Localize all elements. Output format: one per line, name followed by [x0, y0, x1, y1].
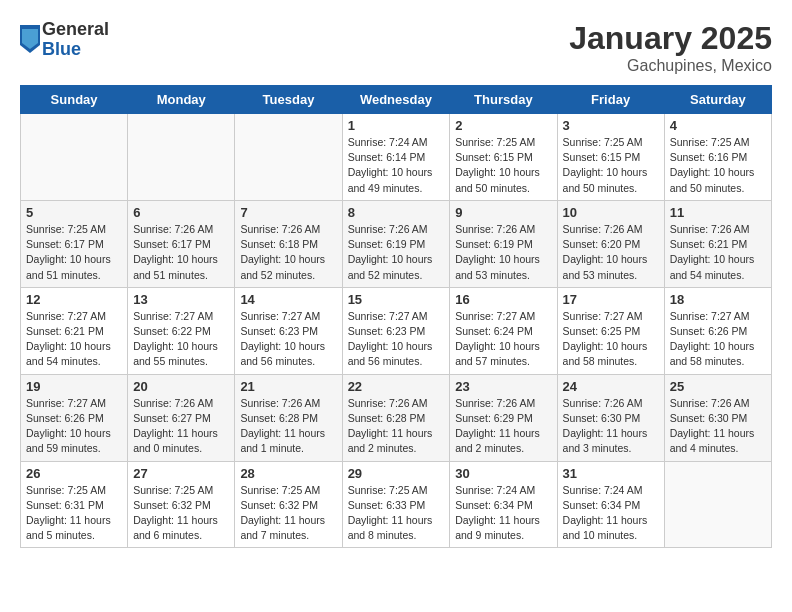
page-header: General Blue January 2025 Gachupines, Me…	[20, 20, 772, 75]
day-number: 29	[348, 466, 445, 481]
calendar-cell: 25Sunrise: 7:26 AMSunset: 6:30 PMDayligh…	[664, 374, 771, 461]
calendar-week-3: 12Sunrise: 7:27 AMSunset: 6:21 PMDayligh…	[21, 287, 772, 374]
calendar-cell: 7Sunrise: 7:26 AMSunset: 6:18 PMDaylight…	[235, 200, 342, 287]
day-number: 24	[563, 379, 659, 394]
calendar-cell: 5Sunrise: 7:25 AMSunset: 6:17 PMDaylight…	[21, 200, 128, 287]
day-info: Sunrise: 7:27 AMSunset: 6:23 PMDaylight:…	[240, 309, 336, 370]
day-info: Sunrise: 7:26 AMSunset: 6:19 PMDaylight:…	[455, 222, 551, 283]
calendar-cell: 19Sunrise: 7:27 AMSunset: 6:26 PMDayligh…	[21, 374, 128, 461]
day-info: Sunrise: 7:27 AMSunset: 6:23 PMDaylight:…	[348, 309, 445, 370]
calendar-cell: 31Sunrise: 7:24 AMSunset: 6:34 PMDayligh…	[557, 461, 664, 548]
day-info: Sunrise: 7:26 AMSunset: 6:18 PMDaylight:…	[240, 222, 336, 283]
day-number: 7	[240, 205, 336, 220]
day-number: 17	[563, 292, 659, 307]
weekday-header-tuesday: Tuesday	[235, 86, 342, 114]
day-number: 31	[563, 466, 659, 481]
calendar-cell: 29Sunrise: 7:25 AMSunset: 6:33 PMDayligh…	[342, 461, 450, 548]
day-info: Sunrise: 7:25 AMSunset: 6:15 PMDaylight:…	[563, 135, 659, 196]
day-info: Sunrise: 7:25 AMSunset: 6:31 PMDaylight:…	[26, 483, 122, 544]
day-info: Sunrise: 7:26 AMSunset: 6:17 PMDaylight:…	[133, 222, 229, 283]
logo-general-text: General	[42, 20, 109, 40]
logo-blue-text: Blue	[42, 40, 109, 60]
calendar-week-4: 19Sunrise: 7:27 AMSunset: 6:26 PMDayligh…	[21, 374, 772, 461]
day-info: Sunrise: 7:25 AMSunset: 6:32 PMDaylight:…	[133, 483, 229, 544]
day-info: Sunrise: 7:27 AMSunset: 6:26 PMDaylight:…	[670, 309, 766, 370]
location-subtitle: Gachupines, Mexico	[569, 57, 772, 75]
calendar-cell: 21Sunrise: 7:26 AMSunset: 6:28 PMDayligh…	[235, 374, 342, 461]
calendar-cell: 24Sunrise: 7:26 AMSunset: 6:30 PMDayligh…	[557, 374, 664, 461]
day-info: Sunrise: 7:26 AMSunset: 6:30 PMDaylight:…	[670, 396, 766, 457]
day-number: 16	[455, 292, 551, 307]
month-title: January 2025	[569, 20, 772, 57]
calendar-cell: 30Sunrise: 7:24 AMSunset: 6:34 PMDayligh…	[450, 461, 557, 548]
day-number: 9	[455, 205, 551, 220]
calendar-cell	[664, 461, 771, 548]
day-info: Sunrise: 7:26 AMSunset: 6:20 PMDaylight:…	[563, 222, 659, 283]
calendar-cell: 4Sunrise: 7:25 AMSunset: 6:16 PMDaylight…	[664, 114, 771, 201]
calendar-cell: 14Sunrise: 7:27 AMSunset: 6:23 PMDayligh…	[235, 287, 342, 374]
weekday-header-wednesday: Wednesday	[342, 86, 450, 114]
day-info: Sunrise: 7:27 AMSunset: 6:21 PMDaylight:…	[26, 309, 122, 370]
day-number: 25	[670, 379, 766, 394]
logo: General Blue	[20, 20, 109, 60]
day-info: Sunrise: 7:27 AMSunset: 6:24 PMDaylight:…	[455, 309, 551, 370]
logo-text: General Blue	[42, 20, 109, 60]
day-number: 12	[26, 292, 122, 307]
day-info: Sunrise: 7:24 AMSunset: 6:14 PMDaylight:…	[348, 135, 445, 196]
day-number: 2	[455, 118, 551, 133]
calendar-week-2: 5Sunrise: 7:25 AMSunset: 6:17 PMDaylight…	[21, 200, 772, 287]
calendar-cell: 1Sunrise: 7:24 AMSunset: 6:14 PMDaylight…	[342, 114, 450, 201]
day-info: Sunrise: 7:25 AMSunset: 6:17 PMDaylight:…	[26, 222, 122, 283]
day-info: Sunrise: 7:25 AMSunset: 6:16 PMDaylight:…	[670, 135, 766, 196]
calendar-cell	[235, 114, 342, 201]
day-info: Sunrise: 7:26 AMSunset: 6:27 PMDaylight:…	[133, 396, 229, 457]
day-number: 22	[348, 379, 445, 394]
day-number: 20	[133, 379, 229, 394]
calendar-cell: 22Sunrise: 7:26 AMSunset: 6:28 PMDayligh…	[342, 374, 450, 461]
day-info: Sunrise: 7:26 AMSunset: 6:19 PMDaylight:…	[348, 222, 445, 283]
calendar-cell: 8Sunrise: 7:26 AMSunset: 6:19 PMDaylight…	[342, 200, 450, 287]
day-info: Sunrise: 7:26 AMSunset: 6:29 PMDaylight:…	[455, 396, 551, 457]
day-number: 8	[348, 205, 445, 220]
calendar-week-1: 1Sunrise: 7:24 AMSunset: 6:14 PMDaylight…	[21, 114, 772, 201]
day-info: Sunrise: 7:27 AMSunset: 6:26 PMDaylight:…	[26, 396, 122, 457]
calendar-cell: 3Sunrise: 7:25 AMSunset: 6:15 PMDaylight…	[557, 114, 664, 201]
day-info: Sunrise: 7:26 AMSunset: 6:28 PMDaylight:…	[240, 396, 336, 457]
day-number: 1	[348, 118, 445, 133]
weekday-header-row: SundayMondayTuesdayWednesdayThursdayFrid…	[21, 86, 772, 114]
day-number: 19	[26, 379, 122, 394]
day-number: 28	[240, 466, 336, 481]
calendar-cell: 6Sunrise: 7:26 AMSunset: 6:17 PMDaylight…	[128, 200, 235, 287]
calendar-cell: 18Sunrise: 7:27 AMSunset: 6:26 PMDayligh…	[664, 287, 771, 374]
logo-icon	[20, 25, 40, 53]
calendar-cell: 16Sunrise: 7:27 AMSunset: 6:24 PMDayligh…	[450, 287, 557, 374]
calendar-cell: 13Sunrise: 7:27 AMSunset: 6:22 PMDayligh…	[128, 287, 235, 374]
calendar-cell: 15Sunrise: 7:27 AMSunset: 6:23 PMDayligh…	[342, 287, 450, 374]
day-number: 15	[348, 292, 445, 307]
calendar-cell	[21, 114, 128, 201]
weekday-header-sunday: Sunday	[21, 86, 128, 114]
calendar-cell: 9Sunrise: 7:26 AMSunset: 6:19 PMDaylight…	[450, 200, 557, 287]
weekday-header-thursday: Thursday	[450, 86, 557, 114]
calendar-cell: 10Sunrise: 7:26 AMSunset: 6:20 PMDayligh…	[557, 200, 664, 287]
day-info: Sunrise: 7:27 AMSunset: 6:25 PMDaylight:…	[563, 309, 659, 370]
calendar-table: SundayMondayTuesdayWednesdayThursdayFrid…	[20, 85, 772, 548]
day-number: 5	[26, 205, 122, 220]
weekday-header-saturday: Saturday	[664, 86, 771, 114]
calendar-cell: 23Sunrise: 7:26 AMSunset: 6:29 PMDayligh…	[450, 374, 557, 461]
day-info: Sunrise: 7:26 AMSunset: 6:30 PMDaylight:…	[563, 396, 659, 457]
day-info: Sunrise: 7:26 AMSunset: 6:28 PMDaylight:…	[348, 396, 445, 457]
day-info: Sunrise: 7:24 AMSunset: 6:34 PMDaylight:…	[455, 483, 551, 544]
day-number: 18	[670, 292, 766, 307]
weekday-header-friday: Friday	[557, 86, 664, 114]
calendar-cell: 17Sunrise: 7:27 AMSunset: 6:25 PMDayligh…	[557, 287, 664, 374]
day-info: Sunrise: 7:26 AMSunset: 6:21 PMDaylight:…	[670, 222, 766, 283]
day-number: 30	[455, 466, 551, 481]
day-number: 14	[240, 292, 336, 307]
calendar-cell: 20Sunrise: 7:26 AMSunset: 6:27 PMDayligh…	[128, 374, 235, 461]
day-number: 21	[240, 379, 336, 394]
calendar-cell: 2Sunrise: 7:25 AMSunset: 6:15 PMDaylight…	[450, 114, 557, 201]
calendar-week-5: 26Sunrise: 7:25 AMSunset: 6:31 PMDayligh…	[21, 461, 772, 548]
day-number: 23	[455, 379, 551, 394]
day-number: 4	[670, 118, 766, 133]
